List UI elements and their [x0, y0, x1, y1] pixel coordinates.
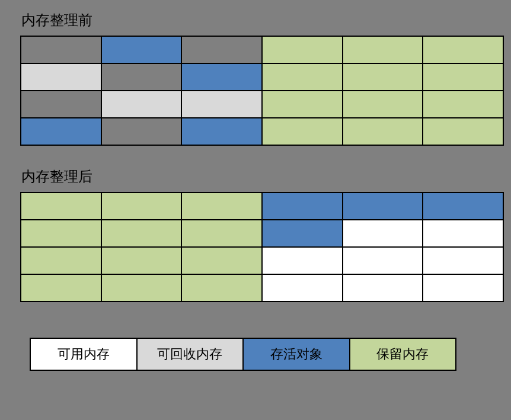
memory-cell	[21, 36, 101, 63]
memory-cell	[423, 36, 503, 63]
memory-cell	[181, 247, 262, 274]
memory-cell	[423, 193, 503, 220]
memory-cell	[423, 91, 503, 118]
memory-cell	[101, 63, 182, 91]
memory-cell	[101, 274, 182, 302]
memory-cell	[262, 91, 343, 118]
memory-cell	[21, 63, 101, 91]
memory-cell	[423, 247, 503, 274]
legend-item: 可用内存	[30, 338, 137, 370]
memory-cell	[343, 91, 423, 118]
memory-cell	[262, 118, 343, 145]
memory-cell	[343, 118, 423, 145]
memory-cell	[21, 193, 101, 220]
memory-cell	[262, 63, 343, 91]
memory-grid-before	[20, 36, 504, 146]
memory-cell	[181, 220, 262, 247]
memory-cell	[343, 274, 423, 302]
memory-cell	[343, 193, 423, 220]
memory-cell	[21, 274, 101, 302]
memory-cell	[262, 193, 343, 220]
memory-cell	[181, 118, 262, 145]
memory-cell	[181, 193, 262, 220]
memory-cell	[423, 63, 503, 91]
memory-cell	[101, 220, 182, 247]
legend: 可用内存可回收内存存活对象保留内存	[30, 338, 456, 371]
memory-cell	[423, 118, 503, 145]
memory-cell	[262, 247, 343, 274]
memory-cell	[423, 274, 503, 302]
memory-cell	[423, 220, 503, 247]
memory-cell	[343, 63, 423, 91]
title-before: 内存整理前	[0, 0, 511, 36]
memory-cell	[101, 118, 182, 145]
legend-label: 可回收内存	[157, 345, 222, 363]
memory-grid-after	[20, 192, 504, 302]
memory-cell	[21, 247, 101, 274]
legend-label: 保留内存	[376, 345, 429, 363]
memory-cell	[21, 91, 101, 118]
memory-cell	[101, 247, 182, 274]
memory-cell	[343, 247, 423, 274]
memory-cell	[101, 36, 182, 63]
memory-cell	[262, 36, 343, 63]
memory-cell	[181, 274, 262, 302]
memory-cell	[262, 220, 343, 247]
memory-cell	[181, 63, 262, 91]
memory-cell	[262, 274, 343, 302]
legend-item: 可回收内存	[137, 338, 244, 370]
spacer	[0, 146, 511, 156]
diagram-container: 内存整理前 内存整理后 可用内存可回收内存存活对象保留内存	[0, 0, 511, 371]
legend-item: 保留内存	[350, 338, 456, 370]
memory-cell	[101, 91, 182, 118]
memory-cell	[181, 36, 262, 63]
memory-cell	[343, 36, 423, 63]
legend-label: 存活对象	[270, 345, 322, 363]
legend-label: 可用内存	[58, 345, 110, 363]
title-after: 内存整理后	[0, 156, 511, 192]
memory-cell	[181, 91, 262, 118]
memory-cell	[21, 118, 101, 145]
legend-item: 存活对象	[243, 338, 350, 370]
memory-cell	[21, 220, 101, 247]
memory-cell	[101, 193, 182, 220]
memory-cell	[343, 220, 423, 247]
